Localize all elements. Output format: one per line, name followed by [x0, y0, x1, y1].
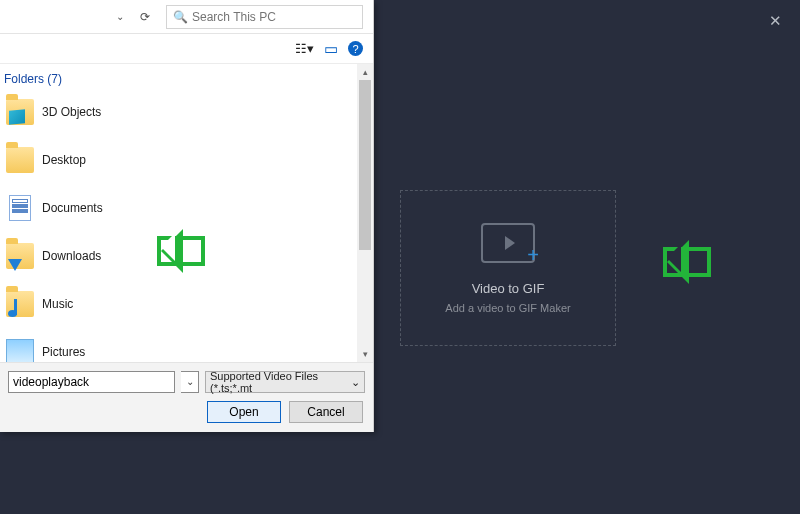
- dialog-bottom: ⌄ Supported Video Files (*.ts;*.mt ⌄ Ope…: [0, 362, 373, 432]
- video-to-gif-dropzone[interactable]: + Video to GIF Add a video to GIF Maker: [400, 190, 616, 346]
- filename-dropdown-icon[interactable]: ⌄: [181, 371, 199, 393]
- list-item[interactable]: Desktop: [0, 140, 357, 180]
- music-icon: [6, 291, 34, 317]
- scroll-down-icon[interactable]: ▾: [357, 346, 373, 362]
- list-item[interactable]: Pictures: [0, 332, 357, 362]
- file-list[interactable]: Folders (7) 3D Objects Desktop Documents…: [0, 64, 357, 362]
- group-header: Folders (7): [4, 72, 357, 86]
- list-item-label: Documents: [42, 201, 103, 215]
- scrollbar-thumb[interactable]: [359, 80, 371, 250]
- list-item-label: Downloads: [42, 249, 101, 263]
- folder-icon: [6, 147, 34, 173]
- documents-icon: [6, 195, 34, 221]
- plus-icon: +: [527, 244, 539, 267]
- list-item-label: Music: [42, 297, 73, 311]
- chevron-down-icon: ⌄: [351, 376, 360, 389]
- dropzone-title: Video to GIF: [472, 281, 545, 296]
- chevron-down-icon[interactable]: ⌄: [110, 11, 130, 22]
- list-item[interactable]: Music: [0, 284, 357, 324]
- scroll-up-icon[interactable]: ▴: [357, 64, 373, 80]
- annotation-arrow-left: [157, 236, 205, 266]
- downloads-icon: [6, 243, 34, 269]
- help-icon[interactable]: ?: [348, 41, 363, 56]
- refresh-icon[interactable]: ⟳: [130, 10, 160, 24]
- search-icon: 🔍: [173, 10, 188, 24]
- folder-3d-icon: [6, 99, 34, 125]
- dialog-body: Folders (7) 3D Objects Desktop Documents…: [0, 64, 373, 362]
- list-item-label: Pictures: [42, 345, 85, 359]
- breadcrumb[interactable]: [0, 5, 110, 29]
- list-item[interactable]: 3D Objects: [0, 92, 357, 132]
- filetype-filter[interactable]: Supported Video Files (*.ts;*.mt ⌄: [205, 371, 365, 393]
- search-box[interactable]: 🔍: [166, 5, 363, 29]
- search-input[interactable]: [192, 10, 362, 24]
- view-options-icon[interactable]: ☷▾: [295, 41, 314, 56]
- preview-pane-icon[interactable]: ▭: [324, 40, 338, 58]
- filetype-filter-label: Supported Video Files (*.ts;*.mt: [210, 370, 351, 394]
- video-thumbnail-icon: +: [481, 223, 535, 263]
- cancel-button[interactable]: Cancel: [289, 401, 363, 423]
- dropzone-subtitle: Add a video to GIF Maker: [445, 302, 570, 314]
- pictures-icon: [6, 339, 34, 362]
- filename-input[interactable]: [8, 371, 175, 393]
- list-item-label: Desktop: [42, 153, 86, 167]
- dialog-toolbar: ☷▾ ▭ ?: [0, 34, 373, 64]
- annotation-arrow-right: [663, 247, 711, 277]
- dialog-addressbar: ⌄ ⟳ 🔍: [0, 0, 373, 34]
- open-button[interactable]: Open: [207, 401, 281, 423]
- close-icon[interactable]: ✕: [769, 12, 782, 30]
- scrollbar[interactable]: ▴ ▾: [357, 64, 373, 362]
- file-open-dialog: ⌄ ⟳ 🔍 ☷▾ ▭ ? Folders (7) 3D Objects Desk…: [0, 0, 374, 432]
- list-item-label: 3D Objects: [42, 105, 101, 119]
- list-item[interactable]: Documents: [0, 188, 357, 228]
